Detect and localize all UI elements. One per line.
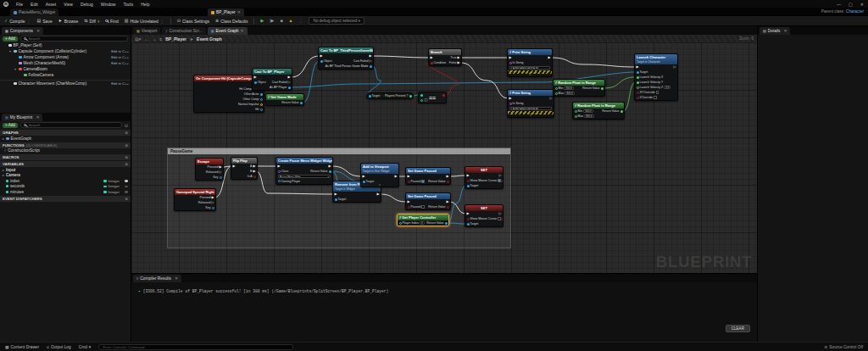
forward-arrow-icon[interactable]: → (152, 36, 156, 42)
visibility-eye-icon[interactable] (125, 191, 128, 193)
data-pin[interactable] (447, 181, 449, 183)
cmd-dropdown[interactable]: Cmd ▾ (79, 345, 92, 349)
play-button[interactable]: ▶ (260, 19, 264, 23)
close-tab-icon[interactable]: ✕ (237, 10, 241, 14)
data-pin[interactable] (467, 218, 470, 220)
data-pin[interactable] (320, 60, 323, 63)
stop-button[interactable]: ■ (280, 19, 282, 23)
exec-pin[interactable]: ▷ (287, 81, 290, 84)
exec-pin[interactable]: ▶ (446, 200, 448, 203)
exec-pin[interactable]: ▶ (408, 175, 410, 178)
menu-help[interactable]: Help (141, 2, 149, 7)
pin-checkbox[interactable] (656, 91, 659, 94)
add-icon[interactable]: ⊕ (125, 162, 128, 166)
exec-pin[interactable]: ▶ (467, 212, 470, 215)
tab-pausemenu-widget[interactable]: PauseMenu_Widget (10, 8, 58, 16)
node-cast-to-gamemode[interactable]: Cast To BP_ThirdPersonGameMode▶▶ObjectCa… (318, 47, 374, 70)
node-set-game-paused-2[interactable]: Set Game Paused▶▶PausedReturn Value (405, 192, 451, 210)
save-button[interactable]: ▤Save (37, 19, 53, 24)
node-random-float-1[interactable]: ƒRandom Float in RangeMin150.0Return Val… (553, 79, 605, 97)
add-icon[interactable]: ⊕ (125, 197, 128, 201)
visibility-eye-icon[interactable] (125, 186, 128, 188)
data-pin[interactable] (335, 198, 337, 201)
exec-pin[interactable]: ▶ (320, 54, 323, 58)
pin-value-input[interactable]: 800.0 (584, 114, 594, 118)
add-icon[interactable]: ⊕ (125, 143, 128, 148)
tab-construction-script[interactable]: ƒConstruction Scr... (162, 27, 205, 35)
data-pin[interactable] (637, 76, 639, 79)
node-get-game-mode[interactable]: ƒGet Game ModeReturn Value (265, 93, 304, 106)
exec-pin[interactable]: ▶ (254, 75, 257, 79)
data-pin[interactable] (363, 181, 365, 183)
node-set-game-paused-1[interactable]: Set Game Paused▶▶PausedReturn Value (405, 167, 451, 185)
variable-row-minutes[interactable]: minutesInteger (0, 189, 131, 195)
window-minimize-button[interactable]: — (837, 2, 841, 7)
node-add-to-viewport[interactable]: Add to ViewportTarget is User Widget▶▶Ta… (360, 163, 399, 187)
component-row[interactable]: ▾Capsule Component (CollisionCylinder)Ed… (0, 48, 131, 54)
node-launch-character[interactable]: Launch CharacterTarget is Character▶▷Tar… (634, 53, 678, 101)
data-pin[interactable] (254, 81, 257, 84)
edit-in-cpp-link[interactable]: Edit in C++ (111, 55, 129, 59)
data-pin[interactable] (637, 86, 639, 89)
section-header[interactable]: VARIABLES⊕ (0, 161, 131, 167)
node-cast-to-bp-player[interactable]: Cast To BP_Player▶▶ObjectCast Failed▷As … (252, 68, 292, 91)
class-defaults-button[interactable]: ⊚Class Defaults (215, 19, 248, 24)
data-pin[interactable] (575, 110, 577, 113)
data-pin[interactable] (300, 102, 303, 104)
debug-object-dropdown[interactable]: No debug object selected ▾ (309, 17, 364, 25)
pin-checkbox[interactable] (421, 205, 425, 209)
tab-bp-player[interactable]: BP_Player ✕ (208, 8, 244, 16)
exec-pin[interactable]: ▶ (457, 61, 459, 64)
back-arrow-icon[interactable]: ← (144, 36, 148, 42)
data-pin[interactable] (420, 99, 423, 102)
blueprint-item-eventgraph[interactable]: ▸EventGraph (0, 136, 131, 142)
window-maximize-button[interactable]: ▢ (849, 2, 853, 7)
data-pin[interactable] (260, 103, 263, 106)
unreal-logo-icon[interactable]: U (3, 2, 8, 7)
exec-pin[interactable]: ▷ (498, 174, 501, 177)
exec-pin[interactable]: ▶ (369, 54, 371, 58)
data-pin[interactable] (501, 180, 503, 182)
add-icon[interactable]: ⊕ (125, 131, 128, 135)
clear-button[interactable]: CLEAR (726, 325, 750, 332)
exec-pin[interactable]: ▶ (253, 170, 255, 173)
data-pin[interactable] (442, 94, 445, 97)
data-pin[interactable] (260, 109, 263, 111)
pin-value-input[interactable]: 0.0 (664, 86, 670, 89)
exec-pin[interactable]: ▶ (408, 200, 410, 203)
exec-pin[interactable]: ▷ (211, 201, 214, 204)
add-component-button[interactable]: + Add (3, 36, 18, 42)
data-pin[interactable] (467, 185, 470, 187)
close-icon[interactable]: ✕ (36, 29, 40, 33)
data-pin[interactable] (575, 115, 577, 118)
pin-value-input[interactable]: 500.0 (583, 109, 593, 113)
edit-in-cpp-link[interactable]: Edit in C++ (111, 81, 129, 86)
node-create-widget[interactable]: Create Pause Menu Widget Widget▶▶ClassRe… (275, 157, 333, 185)
node-get-player-controller[interactable]: ƒGet Player ControllerPlayer Index0Retur… (397, 214, 449, 226)
data-pin[interactable] (212, 207, 214, 209)
data-pin[interactable] (369, 95, 371, 98)
node-set-show-mouse-cursor-2[interactable]: SET▶▷Show Mouse CursorTarget (465, 204, 504, 227)
advanced-caret-icon[interactable]: ▾ (508, 114, 554, 117)
tab-event-graph[interactable]: ▦Event Graph✕ (208, 27, 248, 35)
menu-file[interactable]: File (16, 2, 23, 7)
node-escape-event[interactable]: EscapePressed▶Released▷Key (195, 158, 224, 181)
close-icon[interactable]: ✕ (36, 115, 39, 120)
data-pin[interactable] (420, 94, 423, 97)
class-settings-button[interactable]: ⊙Class Settings (177, 19, 209, 24)
data-pin[interactable] (637, 92, 639, 94)
data-pin[interactable] (260, 93, 263, 96)
data-pin[interactable] (467, 180, 470, 182)
tab-viewport[interactable]: ▦Viewport (133, 27, 160, 35)
blueprint-item-constructionscript[interactable]: ƒConstructionScript (0, 148, 131, 154)
component-row[interactable]: FollowCamera (0, 72, 131, 78)
browse-button[interactable]: ►Browse (58, 19, 79, 24)
node-equal-node[interactable]: 2== (418, 92, 447, 103)
section-header[interactable]: EVENT DISPATCHERS⊕ (0, 196, 131, 202)
hide-unrelated-button[interactable]: ▥Hide Unrelated⋮ (125, 19, 164, 24)
data-pin[interactable] (555, 92, 558, 95)
data-pin[interactable] (409, 95, 412, 98)
data-pin[interactable] (447, 206, 449, 209)
exec-pin[interactable]: ▶ (253, 164, 255, 168)
exec-pin[interactable]: ▶ (363, 175, 365, 178)
